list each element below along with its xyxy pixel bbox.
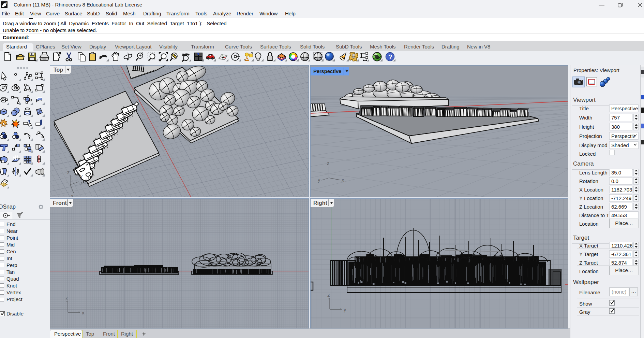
svg-text:x: x (82, 310, 85, 315)
svg-text:z: z (65, 295, 68, 300)
svg-text:?: ? (388, 53, 392, 60)
svg-text:Perspective: Perspective (313, 68, 341, 74)
svg-text:Right: Right (313, 200, 328, 206)
svg-text:Top: Top (54, 67, 63, 73)
svg-text:Front: Front (53, 200, 67, 206)
svg-text:z: z (327, 160, 330, 166)
svg-text:y: y (80, 173, 83, 179)
svg-text:x: x (71, 193, 74, 197)
svg-text:z: z (67, 169, 70, 175)
svg-text:y: y (318, 177, 320, 183)
svg-text:8: 8 (5, 2, 7, 4)
svg-text:y: y (344, 307, 346, 312)
svg-text:x: x (342, 177, 344, 183)
svg-text:z: z (327, 292, 330, 298)
